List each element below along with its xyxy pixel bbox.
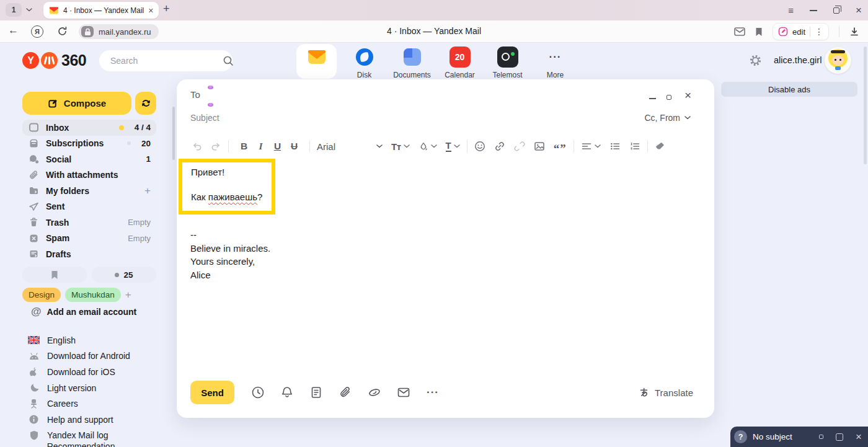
compose-minimize-icon[interactable]	[649, 98, 656, 99]
bullet-list-button[interactable]	[609, 138, 621, 154]
compose-maximize-icon[interactable]	[666, 95, 671, 100]
signature-block[interactable]: -- Believe in miracles. Yours sincerely,…	[190, 228, 270, 281]
app-tab-telemost[interactable]: Telemost	[484, 44, 531, 79]
window-restore-icon[interactable]	[833, 7, 839, 14]
search-bar[interactable]	[99, 50, 232, 71]
sidebar-item-drafts[interactable]: Drafts	[22, 246, 156, 262]
reload-icon[interactable]	[57, 26, 68, 37]
sidebar-item-inbox[interactable]: Inbox 4 / 4	[22, 120, 156, 136]
refresh-button[interactable]	[135, 92, 156, 115]
unread-filter[interactable]: 25	[92, 267, 156, 283]
schedule-clock-icon[interactable]	[250, 385, 265, 400]
insert-image-button[interactable]	[534, 138, 545, 154]
message-body-highlight[interactable]: Привет! Как паживаешь?	[179, 159, 275, 215]
sidebar-scrollbar[interactable]	[172, 107, 175, 160]
sidebar-item-attachments[interactable]: With attachments	[22, 167, 156, 184]
window-minimize-icon[interactable]	[810, 10, 817, 11]
bold-button[interactable]: B	[236, 141, 252, 152]
draft-maximize-icon[interactable]	[836, 433, 843, 441]
tag-mushukdan[interactable]: Mushukdan	[65, 288, 121, 302]
attach-from-disk-icon[interactable]	[367, 385, 382, 400]
disable-ads-button[interactable]: Disable ads	[721, 82, 857, 97]
body-line-2[interactable]: Как паживаешь?	[191, 192, 272, 202]
more-options-icon[interactable]: ···	[425, 385, 440, 400]
send-button[interactable]: Send	[190, 381, 234, 404]
tabs-dropdown-chevron-icon[interactable]	[26, 8, 32, 12]
bookmark-icon[interactable]	[755, 27, 763, 37]
minimized-draft-popup[interactable]: ? No subject ×	[730, 427, 868, 447]
underline-button[interactable]: U	[269, 141, 286, 152]
sidebar-item-trash[interactable]: Trash Empty	[22, 215, 156, 231]
browser-menu-icon[interactable]: ≡	[788, 5, 794, 15]
align-dropdown[interactable]	[581, 138, 601, 154]
page-scrollbar[interactable]	[864, 46, 867, 164]
blockquote-button[interactable]: “”	[554, 138, 567, 154]
window-close-icon[interactable]: ×	[856, 5, 862, 15]
edit-extension-button[interactable]: edit ⋮	[773, 23, 829, 40]
search-icon[interactable]	[223, 55, 234, 66]
link-careers[interactable]: Careers	[22, 396, 156, 412]
sidebar-item-my-folders[interactable]: My folders +	[22, 183, 156, 199]
text-color-dropdown[interactable]: T	[446, 138, 460, 154]
remove-link-button[interactable]	[514, 138, 525, 154]
mail-shortcut-icon[interactable]	[734, 27, 745, 36]
app-tab-more[interactable]: ··· More	[531, 44, 579, 79]
browser-tab[interactable]: 4 · Inbox — Yandex Mail ×	[43, 2, 159, 19]
yandex360-logo[interactable]: Y 360	[22, 51, 86, 69]
translate-button[interactable]: Translate	[638, 387, 693, 399]
link-download-ios[interactable]: Download for iOS	[22, 364, 156, 380]
app-tab-documents[interactable]: Documents	[388, 44, 436, 79]
yandex-browser-icon[interactable]: Я	[31, 25, 43, 38]
back-button-icon[interactable]: ←	[8, 24, 19, 37]
cc-from-toggle[interactable]: Cc, From	[644, 113, 691, 123]
draft-close-icon[interactable]: ×	[856, 432, 862, 442]
sidebar-item-spam[interactable]: Spam Empty	[22, 231, 156, 247]
avatar[interactable]	[825, 47, 851, 74]
attach-from-mail-icon[interactable]	[396, 385, 411, 400]
body-line-1[interactable]: Привет!	[191, 167, 272, 177]
compose-button[interactable]: Compose	[22, 92, 131, 115]
downloads-icon[interactable]	[849, 27, 859, 37]
sidebar-item-subscriptions[interactable]: Subscriptions 20	[22, 136, 156, 152]
clear-formatting-eraser-button[interactable]	[655, 138, 666, 154]
strikethrough-button[interactable]: U	[286, 141, 303, 152]
search-input[interactable]	[110, 56, 223, 66]
template-icon[interactable]	[309, 385, 324, 400]
settings-gear-icon[interactable]	[749, 54, 762, 67]
lock-icon[interactable]	[81, 26, 94, 37]
sidebar-item-sent[interactable]: Sent	[22, 199, 156, 215]
link-light-version[interactable]: Light version	[22, 380, 156, 396]
subject-field-label[interactable]: Subject	[190, 113, 219, 123]
draft-restore-small-icon[interactable]	[819, 435, 823, 439]
link-download-android[interactable]: Download for Android	[22, 348, 156, 365]
font-size-dropdown[interactable]: Tт	[391, 138, 410, 154]
add-tag-icon[interactable]: +	[125, 289, 131, 301]
link-help-support[interactable]: Help and support	[22, 412, 156, 428]
link-language[interactable]: English	[22, 332, 156, 348]
edit-kebab-icon[interactable]: ⋮	[815, 27, 823, 37]
misspelled-word[interactable]: паживаешь	[208, 192, 257, 202]
fill-color-dropdown[interactable]	[418, 138, 437, 154]
tag-design[interactable]: Design	[22, 288, 61, 302]
italic-button[interactable]: I	[252, 141, 269, 152]
new-tab-button[interactable]: +	[163, 2, 170, 15]
app-tab-disk[interactable]: Disk	[340, 44, 388, 79]
tab-close-icon[interactable]: ×	[148, 6, 153, 15]
insert-link-button[interactable]	[494, 138, 505, 154]
emoji-button[interactable]	[474, 138, 485, 154]
tab-counter-badge[interactable]: 1	[6, 3, 22, 17]
numbered-list-button[interactable]	[629, 138, 640, 154]
app-tab-calendar[interactable]: 20 Calendar	[436, 44, 484, 79]
add-email-account[interactable]: @ Add an email account	[31, 306, 136, 318]
redo-icon[interactable]	[210, 138, 221, 154]
compose-close-icon[interactable]: ×	[684, 89, 691, 101]
address-bar[interactable]: mail.yandex.ru	[79, 24, 159, 39]
undo-icon[interactable]	[192, 138, 203, 154]
app-tab-mail[interactable]: Mail	[293, 44, 340, 79]
font-family-dropdown[interactable]: Arial	[317, 141, 383, 152]
link-recommendation-algorithms[interactable]: Recommendation Algorithms	[22, 443, 156, 447]
sidebar-item-social[interactable]: Social 1	[22, 151, 156, 167]
notify-bell-icon[interactable]	[280, 385, 294, 400]
attach-file-icon[interactable]	[338, 385, 353, 400]
saved-bookmark-filter[interactable]	[22, 267, 87, 283]
